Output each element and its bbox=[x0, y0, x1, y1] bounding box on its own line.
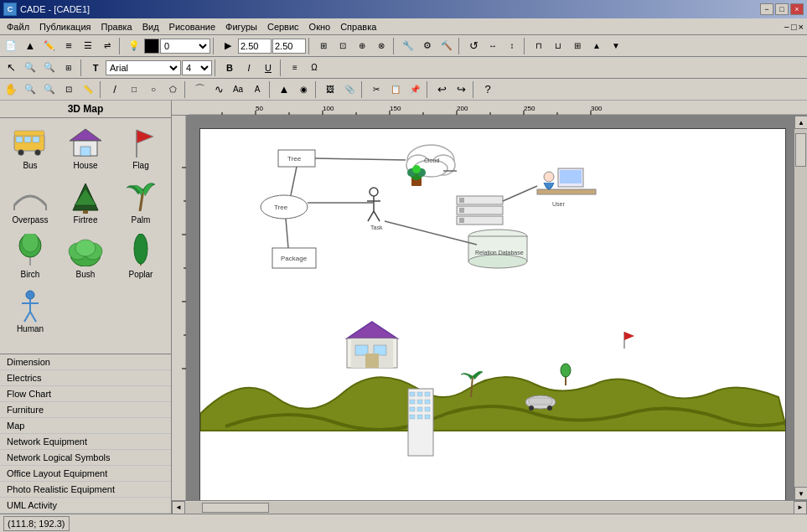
zoom-in-button[interactable]: 🔍 bbox=[21, 59, 39, 77]
flip-v-button[interactable]: ↕ bbox=[503, 37, 521, 55]
color-box-button[interactable]: A bbox=[248, 80, 266, 99]
measure-button[interactable]: 📏 bbox=[79, 80, 97, 99]
menu-draw[interactable]: Рисование bbox=[164, 18, 220, 34]
fontsize-select[interactable]: 4 bbox=[182, 60, 212, 75]
category-uml-activity[interactable]: UML Activity bbox=[0, 498, 171, 514]
fit-button[interactable]: ⊞ bbox=[59, 59, 78, 77]
special-char-button[interactable]: Ω bbox=[305, 59, 323, 77]
align-button[interactable]: ☰ bbox=[79, 37, 97, 55]
menu-help[interactable]: Справка bbox=[335, 18, 381, 34]
connect-button[interactable]: ⊗ bbox=[372, 37, 391, 55]
draw-arc-button[interactable]: ⌒ bbox=[190, 80, 209, 99]
mountain-button[interactable]: ▲ bbox=[275, 80, 293, 99]
linewidth2-input[interactable] bbox=[272, 39, 306, 54]
category-dimension[interactable]: Dimension bbox=[0, 354, 171, 370]
inner-restore-button[interactable]: □ bbox=[791, 22, 797, 32]
category-office-layout[interactable]: Office Layout Equipment bbox=[0, 466, 171, 482]
menu-edit[interactable]: Правка bbox=[96, 18, 137, 34]
inner-minimize-button[interactable]: − bbox=[784, 22, 789, 32]
insert-file-button[interactable]: 📎 bbox=[340, 80, 359, 99]
scroll-up-button[interactable]: ▲ bbox=[794, 116, 807, 129]
draw-curve-button[interactable]: ∿ bbox=[210, 80, 228, 99]
zoom-fit-button[interactable]: ⊡ bbox=[59, 80, 78, 99]
symbol-bush[interactable]: Bush bbox=[59, 230, 112, 283]
node-button[interactable]: ◉ bbox=[294, 80, 313, 99]
cut-button[interactable]: ✂ bbox=[367, 80, 385, 99]
undo-button[interactable]: ↩ bbox=[432, 80, 451, 99]
drawing-area[interactable]: Cloud Tree Tree bbox=[199, 128, 786, 500]
color-button[interactable] bbox=[144, 39, 159, 54]
menu-file[interactable]: Файл bbox=[2, 18, 34, 34]
symbol-birch[interactable]: Birch bbox=[3, 230, 57, 283]
zoom-region-button[interactable]: 🔍 bbox=[21, 80, 39, 99]
maximize-button[interactable]: □ bbox=[775, 3, 789, 15]
scroll-track-h[interactable] bbox=[185, 502, 794, 514]
linewidth1-input[interactable] bbox=[238, 39, 272, 54]
redo-button[interactable]: ↪ bbox=[452, 80, 470, 99]
copy-button[interactable]: 📋 bbox=[386, 80, 405, 99]
menu-window[interactable]: Окно bbox=[304, 18, 336, 34]
symbol-bus[interactable]: Bus bbox=[3, 121, 57, 174]
menu-service[interactable]: Сервис bbox=[262, 18, 304, 34]
underline-button[interactable]: U bbox=[259, 59, 277, 77]
tool1[interactable]: 🔧 bbox=[399, 37, 417, 55]
group-button[interactable]: ⊓ bbox=[530, 37, 548, 55]
scrollbar-vertical[interactable]: ▲ ▼ bbox=[794, 116, 807, 500]
scroll-left-button[interactable]: ◄ bbox=[172, 501, 185, 514]
category-photo-realistic[interactable]: Photo Realistic Equipment bbox=[0, 482, 171, 498]
symbol-overpass[interactable]: Overpass bbox=[3, 176, 57, 229]
menu-view[interactable]: Вид bbox=[137, 18, 164, 34]
new-button[interactable]: 📄 bbox=[2, 37, 20, 55]
select-tool[interactable]: ↖ bbox=[2, 59, 20, 77]
pan-button[interactable]: 🔍 bbox=[40, 80, 59, 99]
category-network-equipment[interactable]: Network Equipment bbox=[0, 434, 171, 450]
rotate-button[interactable]: ↺ bbox=[464, 37, 483, 55]
symbol-grid-container[interactable]: Bus House bbox=[0, 118, 171, 354]
symbol-human[interactable]: Human bbox=[3, 285, 57, 338]
zoom-out-button[interactable]: 🔍 bbox=[40, 59, 59, 77]
help-button[interactable]: ? bbox=[479, 80, 497, 99]
category-electrics[interactable]: Electrics bbox=[0, 370, 171, 386]
scroll-track-v[interactable] bbox=[794, 129, 807, 487]
align-left-button[interactable]: ≡ bbox=[286, 59, 304, 77]
ungroup-button[interactable]: ⊔ bbox=[549, 37, 567, 55]
arrow-right-button[interactable]: ▶ bbox=[219, 37, 237, 55]
draw-ellipse-button[interactable]: ○ bbox=[144, 80, 163, 99]
category-furniture[interactable]: Furniture bbox=[0, 402, 171, 418]
draw-polygon-button[interactable]: ⬠ bbox=[163, 80, 182, 99]
symbol-poplar[interactable]: Poplar bbox=[114, 230, 168, 283]
symbol-firtree[interactable]: Firtree bbox=[59, 176, 112, 229]
grid-button[interactable]: ⊞ bbox=[314, 37, 333, 55]
inner-close-button[interactable]: × bbox=[799, 22, 804, 32]
draw-rect-button[interactable]: □ bbox=[125, 80, 143, 99]
lightbulb-button[interactable]: 💡 bbox=[125, 37, 143, 55]
snap-button[interactable]: ⊕ bbox=[353, 37, 371, 55]
insert-image-button[interactable]: 🖼 bbox=[321, 80, 339, 99]
symbol-palm[interactable]: Palm bbox=[114, 176, 168, 229]
grid2-button[interactable]: ⊡ bbox=[334, 37, 352, 55]
symbol-flag[interactable]: Flag bbox=[114, 121, 168, 174]
color-fill-button[interactable]: Aa bbox=[229, 80, 247, 99]
arrange-button[interactable]: ⊞ bbox=[568, 37, 587, 55]
category-flowchart[interactable]: Flow Chart bbox=[0, 386, 171, 402]
category-map[interactable]: Map bbox=[0, 418, 171, 434]
hatch-button[interactable]: ≡ bbox=[59, 37, 78, 55]
open-button[interactable]: ▲ bbox=[21, 37, 39, 55]
flip-h-button[interactable]: ↔ bbox=[484, 37, 502, 55]
category-network-logical[interactable]: Network Logical Symbols bbox=[0, 450, 171, 466]
italic-button[interactable]: I bbox=[240, 59, 258, 77]
tool2[interactable]: ⚙ bbox=[418, 37, 437, 55]
menu-shapes[interactable]: Фигуры bbox=[220, 18, 262, 34]
hand-tool[interactable]: ✋ bbox=[2, 80, 20, 99]
symbol-house[interactable]: House bbox=[59, 121, 112, 174]
minimize-button[interactable]: − bbox=[760, 3, 773, 15]
draw-line-button[interactable]: / bbox=[106, 80, 124, 99]
scroll-down-button[interactable]: ▼ bbox=[794, 487, 807, 500]
drawing-canvas[interactable]: Cloud Tree Tree bbox=[187, 116, 807, 500]
close-button[interactable]: × bbox=[790, 3, 804, 15]
tool3[interactable]: 🔨 bbox=[437, 37, 456, 55]
paste-button[interactable]: 📌 bbox=[406, 80, 424, 99]
text-tool[interactable]: T bbox=[86, 59, 105, 77]
bring-front-button[interactable]: ▲ bbox=[587, 37, 606, 55]
bold-button[interactable]: B bbox=[220, 59, 239, 77]
